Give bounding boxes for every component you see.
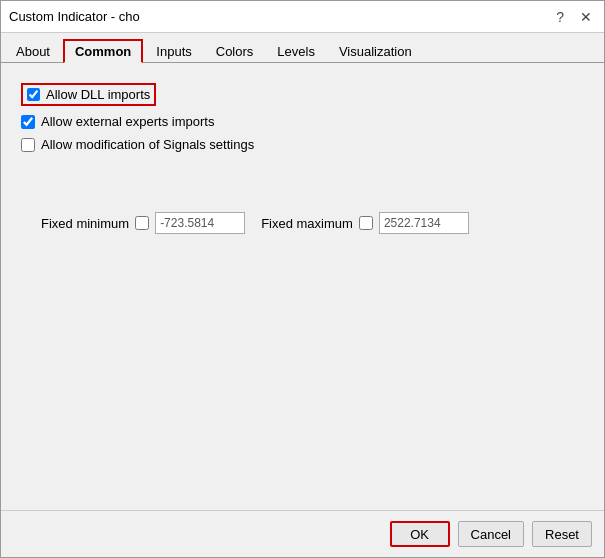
fixed-minimum-checkbox[interactable] xyxy=(135,216,149,230)
title-bar-controls: ? ✕ xyxy=(552,10,596,24)
fixed-maximum-item: Fixed maximum xyxy=(261,212,469,234)
tab-visualization[interactable]: Visualization xyxy=(328,40,423,63)
tabs-bar: About Common Inputs Colors Levels Visual… xyxy=(1,33,604,63)
main-window: Custom Indicator - cho ? ✕ About Common … xyxy=(0,0,605,558)
external-experts-row: Allow external experts imports xyxy=(21,114,584,129)
fixed-minimum-item: Fixed minimum xyxy=(41,212,245,234)
help-button[interactable]: ? xyxy=(552,10,568,24)
fixed-maximum-input[interactable] xyxy=(379,212,469,234)
allow-dll-label: Allow DLL imports xyxy=(46,87,150,102)
allow-dll-checkbox[interactable] xyxy=(27,88,40,101)
tab-about[interactable]: About xyxy=(5,40,61,63)
fixed-minmax-row: Fixed minimum Fixed maximum xyxy=(41,212,584,234)
title-bar: Custom Indicator - cho ? ✕ xyxy=(1,1,604,33)
allow-experts-checkbox[interactable] xyxy=(21,115,35,129)
dll-imports-row: Allow DLL imports xyxy=(21,83,156,106)
close-button[interactable]: ✕ xyxy=(576,10,596,24)
footer: OK Cancel Reset xyxy=(1,510,604,557)
allow-signals-label: Allow modification of Signals settings xyxy=(41,137,254,152)
allow-experts-label: Allow external experts imports xyxy=(41,114,214,129)
window-title: Custom Indicator - cho xyxy=(9,9,140,24)
content-area: Allow DLL imports Allow external experts… xyxy=(1,63,604,510)
tab-colors[interactable]: Colors xyxy=(205,40,265,63)
signals-row: Allow modification of Signals settings xyxy=(21,137,584,152)
fixed-minimum-input[interactable] xyxy=(155,212,245,234)
fixed-maximum-label: Fixed maximum xyxy=(261,216,353,231)
fixed-minimum-label: Fixed minimum xyxy=(41,216,129,231)
cancel-button[interactable]: Cancel xyxy=(458,521,524,547)
ok-button[interactable]: OK xyxy=(390,521,450,547)
tab-inputs[interactable]: Inputs xyxy=(145,40,202,63)
checkbox-group: Allow DLL imports Allow external experts… xyxy=(21,83,584,152)
allow-signals-checkbox[interactable] xyxy=(21,138,35,152)
tab-common[interactable]: Common xyxy=(63,39,143,63)
reset-button[interactable]: Reset xyxy=(532,521,592,547)
tab-levels[interactable]: Levels xyxy=(266,40,326,63)
fixed-maximum-checkbox[interactable] xyxy=(359,216,373,230)
